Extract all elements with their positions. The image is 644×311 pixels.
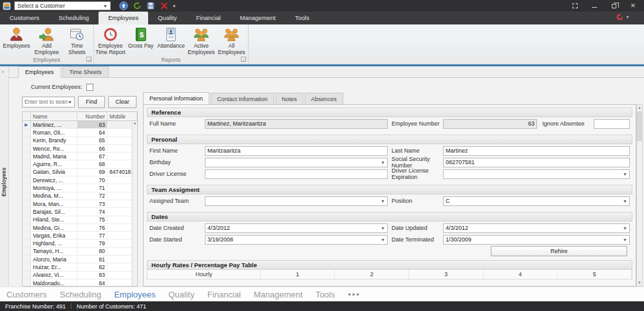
- all-employees-button[interactable]: All Employees: [216, 26, 247, 55]
- chevron-down-icon[interactable]: ▼: [68, 100, 72, 104]
- search-input[interactable]: ▼: [22, 97, 75, 108]
- table-row[interactable]: Kerin, Brandy 65: [23, 137, 132, 145]
- search-field[interactable]: [24, 99, 68, 105]
- detail-tab-contact-information[interactable]: Contact Information: [211, 93, 274, 104]
- dl-expiration-field[interactable]: ▼: [443, 169, 630, 179]
- ignore-absentee-field[interactable]: [596, 120, 627, 127]
- ribbon-tab-tools[interactable]: Tools: [285, 12, 319, 24]
- bottom-nav-financial[interactable]: Financial: [207, 290, 241, 299]
- full-name-field[interactable]: [207, 120, 385, 127]
- bottom-nav-customers[interactable]: Customers: [6, 290, 47, 299]
- qat-customize-icon[interactable]: ▼: [172, 4, 176, 8]
- ribbon-tab-customers[interactable]: Customers: [0, 12, 49, 24]
- table-row[interactable]: Aguirre, R... 68: [23, 160, 132, 168]
- ribbon-tab-employees[interactable]: Employees: [99, 12, 148, 24]
- fullscreen-button[interactable]: [571, 2, 580, 10]
- employee-number-field[interactable]: [446, 120, 535, 127]
- scroll-up-icon[interactable]: ▲: [133, 121, 137, 125]
- employee-time-report-button[interactable]: Employee Time Report: [95, 26, 126, 55]
- date-updated-field[interactable]: 4/3/2012▼: [443, 223, 630, 233]
- table-row[interactable]: Gaitan, Silvia 69 8474018364: [23, 169, 132, 176]
- document-tab-time-sheets[interactable]: Time Sheets: [62, 66, 109, 77]
- table-row[interactable]: Maldonado... 84: [23, 279, 132, 286]
- employees-button[interactable]: Employees: [1, 26, 32, 55]
- assigned-team-field[interactable]: ▼: [205, 196, 388, 206]
- table-row[interactable]: Alvarez, Vi... 83: [23, 272, 132, 279]
- save-icon[interactable]: [146, 1, 155, 10]
- date-terminated-field[interactable]: 1/30/2009▼: [443, 235, 630, 245]
- refresh-icon[interactable]: [133, 1, 142, 10]
- bottom-nav-management[interactable]: Management: [254, 290, 303, 299]
- active-employees-button[interactable]: Active Employees: [186, 26, 216, 55]
- last-name-field[interactable]: [446, 147, 627, 154]
- table-row[interactable]: Wence, Re... 66: [23, 145, 132, 153]
- rehire-button[interactable]: Rehire: [491, 246, 627, 256]
- table-row[interactable]: Derewicz, ... 70: [23, 176, 132, 184]
- full-name-label: Full Name: [149, 120, 205, 127]
- close-button[interactable]: ✕: [629, 2, 638, 10]
- nav-overflow-button[interactable]: •••: [348, 290, 361, 299]
- restore-button[interactable]: [609, 2, 618, 10]
- column-header-mobile[interactable]: Mobile: [108, 112, 137, 120]
- table-row[interactable]: ▶ Martinez, ... 63: [23, 121, 132, 129]
- delete-icon[interactable]: [160, 1, 169, 10]
- go-icon[interactable]: [119, 1, 128, 10]
- bottom-nav-scheduling[interactable]: Scheduling: [60, 290, 101, 299]
- detail-tab-notes[interactable]: Notes: [276, 93, 304, 104]
- detail-tab-absences[interactable]: Absences: [305, 93, 343, 104]
- table-row[interactable]: Roman, Oli... 64: [23, 129, 132, 137]
- current-employees-checkbox[interactable]: [86, 84, 93, 91]
- table-row[interactable]: Vargas, Erika 77: [23, 232, 132, 240]
- document-tab-employees[interactable]: Employees: [18, 66, 61, 78]
- ribbon-tab-financial[interactable]: Financial: [187, 12, 231, 24]
- driver-license-field[interactable]: [207, 171, 385, 177]
- row-indicator: [23, 224, 31, 231]
- table-row[interactable]: Huizar, Er... 82: [23, 263, 132, 271]
- scroll-up-icon[interactable]: ▲: [638, 105, 641, 111]
- table-row[interactable]: Hiland, Ste... 75: [23, 216, 132, 224]
- brand-menu[interactable]: ▼: [616, 14, 630, 21]
- ssn-field[interactable]: [446, 159, 627, 165]
- table-row[interactable]: Medina, M... 72: [23, 193, 132, 200]
- ribbon-tab-quality[interactable]: Quality: [148, 12, 187, 24]
- attendance-button[interactable]: Attendance: [156, 26, 186, 55]
- table-row[interactable]: Montoya, ... 71: [23, 184, 132, 192]
- date-started-field[interactable]: 3/19/2008▼: [205, 235, 388, 245]
- table-row[interactable]: Alonzo, Maria 81: [23, 256, 132, 263]
- employee-number-label: Employee Number: [388, 120, 443, 127]
- add-employee-button[interactable]: Add Employee: [32, 26, 62, 55]
- ribbon-tab-scheduling[interactable]: Scheduling: [49, 12, 99, 24]
- minimize-button[interactable]: [590, 2, 599, 10]
- column-header-number[interactable]: Number: [77, 112, 108, 120]
- customer-selector[interactable]: Select a Customer ▼: [14, 1, 111, 10]
- dialog-launcher-icon[interactable]: ◿: [86, 57, 91, 62]
- table-row[interactable]: Mora, Man... 73: [23, 200, 132, 208]
- chevron-right-icon[interactable]: ›: [2, 69, 4, 75]
- table-row[interactable]: Highland, ... 79: [23, 240, 132, 247]
- table-row[interactable]: Tamayo, H... 80: [23, 248, 132, 256]
- table-row[interactable]: Madrid, Maria 67: [23, 153, 132, 160]
- scroll-down-icon[interactable]: ▼: [638, 280, 641, 286]
- table-row[interactable]: Medina, Gi... 76: [23, 224, 132, 232]
- scrollbar-thumb[interactable]: [637, 111, 642, 141]
- grid-scrollbar[interactable]: ▲: [132, 121, 137, 286]
- time-sheets-button[interactable]: Time Sheets: [62, 26, 92, 55]
- chevron-down-icon[interactable]: ▼: [103, 4, 108, 8]
- detail-tab-personal-information[interactable]: Personal Information: [143, 92, 209, 104]
- position-field[interactable]: C▼: [443, 196, 630, 206]
- bottom-nav-tools[interactable]: Tools: [316, 290, 335, 299]
- clear-button[interactable]: Clear: [108, 96, 137, 108]
- collapsed-nav-panel[interactable]: › Employees: [0, 66, 9, 287]
- first-name-field[interactable]: [207, 147, 385, 154]
- table-row[interactable]: Barajas, Sil... 74: [23, 208, 132, 216]
- detail-scrollbar[interactable]: ▲ ▼: [636, 104, 643, 287]
- bottom-nav-employees[interactable]: Employees: [114, 290, 155, 299]
- gross-pay-button[interactable]: $Gross Pay: [126, 26, 156, 55]
- column-header-name[interactable]: Name: [31, 112, 77, 120]
- bottom-nav-quality[interactable]: Quality: [169, 290, 194, 299]
- date-created-field[interactable]: 4/3/2012▼: [205, 223, 388, 233]
- dialog-launcher-icon[interactable]: ◿: [241, 57, 246, 62]
- find-button[interactable]: Find: [78, 96, 105, 108]
- ribbon-tab-management[interactable]: Management: [231, 12, 285, 24]
- birthday-field[interactable]: ▼: [205, 158, 388, 167]
